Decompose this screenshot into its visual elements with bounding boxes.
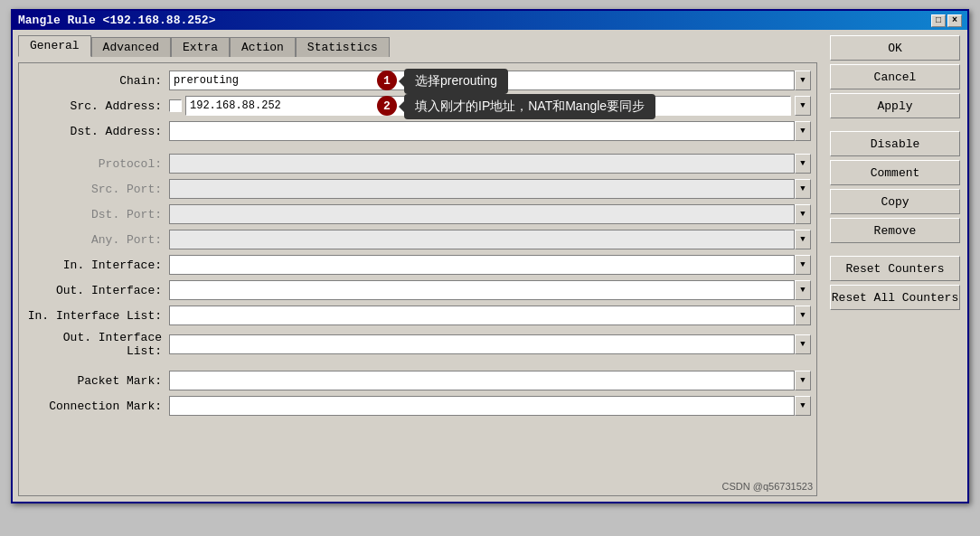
out-interface-list-select[interactable] <box>169 334 795 354</box>
dst-port-wrapper: ▼ <box>169 204 811 224</box>
src-port-row: Src. Port: ▼ <box>24 179 811 199</box>
in-interface-label: In. Interface: <box>24 259 169 272</box>
dst-port-arrow[interactable]: ▼ <box>795 204 811 224</box>
in-interface-select[interactable] <box>169 255 795 275</box>
chain-select-wrapper: prerouting ▼ <box>169 71 811 90</box>
packet-mark-row: Packet Mark: ▼ <box>24 371 811 390</box>
chain-label: Chain: <box>24 74 169 88</box>
ok-button[interactable]: OK <box>830 35 960 61</box>
copy-button[interactable]: Copy <box>830 189 960 214</box>
packet-mark-select[interactable] <box>169 371 795 390</box>
badge-1: 1 <box>377 71 397 90</box>
in-interface-list-wrapper: ▼ <box>169 306 811 325</box>
src-address-input[interactable] <box>185 96 791 116</box>
tab-advanced[interactable]: Advanced <box>91 37 171 57</box>
main-content: General Advanced Extra Action Statistics… <box>13 30 823 502</box>
connection-mark-row: Connection Mark: ▼ <box>24 396 811 416</box>
any-port-wrapper: ▼ <box>169 230 811 249</box>
dst-address-wrapper: ▼ <box>169 121 811 141</box>
dst-port-select[interactable] <box>169 204 795 224</box>
in-interface-list-row: In. Interface List: ▼ <box>24 306 811 325</box>
src-port-label: Src. Port: <box>24 183 169 196</box>
out-interface-list-row: Out. Interface List: ▼ <box>24 331 811 358</box>
src-port-arrow[interactable]: ▼ <box>795 179 811 199</box>
comment-button[interactable]: Comment <box>830 160 960 185</box>
dst-address-select[interactable] <box>169 121 795 141</box>
out-interface-list-wrapper: ▼ <box>169 334 811 354</box>
cancel-button[interactable]: Cancel <box>830 64 960 89</box>
in-interface-list-select[interactable] <box>169 306 795 325</box>
packet-mark-label: Packet Mark: <box>24 374 169 388</box>
apply-button[interactable]: Apply <box>830 93 960 118</box>
any-port-label: Any. Port: <box>24 233 169 247</box>
out-interface-wrapper: ▼ <box>169 280 811 300</box>
tab-extra[interactable]: Extra <box>171 37 230 57</box>
any-port-select[interactable] <box>169 230 795 249</box>
remove-button[interactable]: Remove <box>830 218 960 243</box>
dst-port-label: Dst. Port: <box>24 208 169 221</box>
src-address-checkbox[interactable] <box>169 99 182 112</box>
in-interface-list-arrow[interactable]: ▼ <box>795 306 811 325</box>
connection-mark-wrapper: ▼ <box>169 396 811 416</box>
reset-all-counters-button[interactable]: Reset All Counters <box>830 285 960 310</box>
any-port-row: Any. Port: ▼ <box>24 230 811 249</box>
disable-button[interactable]: Disable <box>830 131 960 156</box>
chain-row: Chain: prerouting ▼ 1 选择prerouting <box>24 71 811 90</box>
out-interface-arrow[interactable]: ▼ <box>795 280 811 300</box>
dst-address-label: Dst. Address: <box>24 125 169 138</box>
connection-mark-select[interactable] <box>169 396 795 416</box>
watermark: CSDN @q56731523 <box>722 481 813 492</box>
in-interface-wrapper: ▼ <box>169 255 811 275</box>
packet-mark-arrow[interactable]: ▼ <box>795 371 811 390</box>
tab-action[interactable]: Action <box>230 37 296 57</box>
form-area: Chain: prerouting ▼ 1 选择prerouting Src. … <box>18 62 817 496</box>
title-bar-buttons: □ × <box>931 14 962 27</box>
src-address-row: Src. Address: ▼ 2 填入刚才的IP地址，NAT和Mangle要同… <box>24 96 811 116</box>
connection-mark-label: Connection Mark: <box>24 400 169 413</box>
close-button[interactable]: × <box>947 14 962 27</box>
minimize-button[interactable]: □ <box>931 14 946 27</box>
dst-port-row: Dst. Port: ▼ <box>24 204 811 224</box>
protocol-select[interactable] <box>169 154 795 174</box>
title-bar: Mangle Rule <192.168.88.252> □ × <box>13 11 967 30</box>
src-address-label: Src. Address: <box>24 99 169 113</box>
tab-bar: General Advanced Extra Action Statistics <box>18 35 817 57</box>
out-interface-select[interactable] <box>169 280 795 300</box>
connection-mark-arrow[interactable]: ▼ <box>795 396 811 416</box>
protocol-arrow[interactable]: ▼ <box>795 154 811 174</box>
sidebar: OK Cancel Apply Disable Comment Copy Rem… <box>823 30 967 502</box>
dst-address-arrow[interactable]: ▼ <box>795 121 811 141</box>
chain-dropdown-arrow[interactable]: ▼ <box>795 71 811 90</box>
tab-general[interactable]: General <box>18 35 91 57</box>
in-interface-row: In. Interface: ▼ <box>24 255 811 275</box>
src-port-wrapper: ▼ <box>169 179 811 199</box>
dst-address-row: Dst. Address: ▼ <box>24 121 811 141</box>
out-interface-list-arrow[interactable]: ▼ <box>795 334 811 354</box>
reset-counters-button[interactable]: Reset Counters <box>830 256 960 281</box>
chain-select[interactable]: prerouting <box>169 71 795 90</box>
window-body: General Advanced Extra Action Statistics… <box>13 30 967 502</box>
protocol-wrapper: ▼ <box>169 154 811 174</box>
in-interface-list-label: In. Interface List: <box>24 309 169 323</box>
src-port-select[interactable] <box>169 179 795 199</box>
src-address-input-group: ▼ <box>169 96 811 116</box>
badge-2: 2 <box>377 96 397 116</box>
in-interface-arrow[interactable]: ▼ <box>795 255 811 275</box>
out-interface-label: Out. Interface: <box>24 284 169 297</box>
src-address-dropdown-arrow[interactable]: ▼ <box>795 96 811 116</box>
out-interface-row: Out. Interface: ▼ <box>24 280 811 300</box>
window-title: Mangle Rule <192.168.88.252> <box>18 14 215 27</box>
any-port-arrow[interactable]: ▼ <box>795 230 811 249</box>
tab-statistics[interactable]: Statistics <box>296 37 390 57</box>
main-window: Mangle Rule <192.168.88.252> □ × General… <box>11 9 969 503</box>
packet-mark-wrapper: ▼ <box>169 371 811 390</box>
protocol-row: Protocol: ▼ <box>24 154 811 174</box>
out-interface-list-label: Out. Interface List: <box>24 331 169 358</box>
protocol-label: Protocol: <box>24 157 169 171</box>
